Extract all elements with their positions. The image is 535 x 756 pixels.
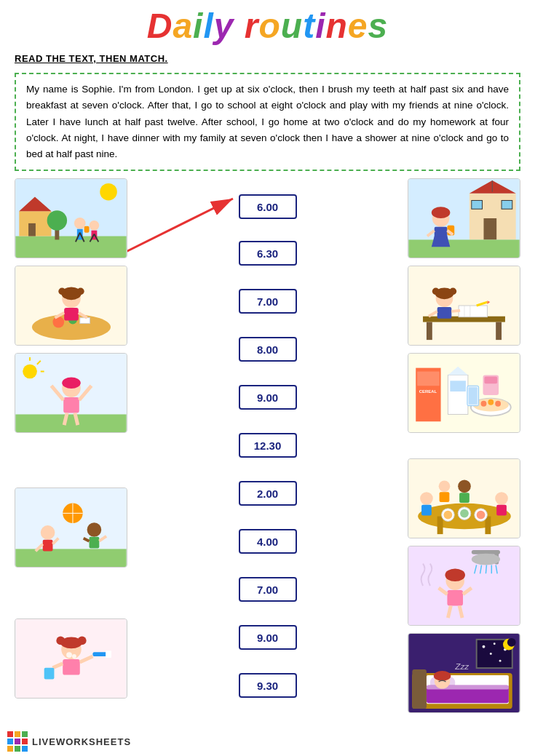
- svg-point-112: [495, 401, 501, 407]
- svg-point-124: [444, 511, 453, 520]
- right-image-2: [408, 266, 520, 346]
- left-image-2: [15, 266, 127, 346]
- svg-rect-74: [472, 201, 483, 210]
- scene-girl-brushing: [15, 619, 127, 698]
- time-box-2[interactable]: 6.30: [239, 241, 297, 266]
- time-label-3: 7.00: [257, 295, 278, 308]
- svg-point-131: [495, 492, 508, 505]
- time-label-4: 8.00: [257, 343, 278, 356]
- svg-point-127: [420, 492, 433, 505]
- svg-rect-147: [447, 590, 463, 606]
- svg-marker-81: [432, 236, 451, 247]
- svg-rect-88: [496, 322, 502, 341]
- svg-point-26: [58, 288, 66, 295]
- time-box-4[interactable]: 8.00: [239, 337, 297, 362]
- svg-rect-62: [63, 659, 80, 675]
- time-label-10: 9.00: [257, 632, 278, 644]
- right-image-3: CEREAL: [408, 353, 520, 433]
- svg-text:Zzz: Zzz: [454, 661, 469, 671]
- time-label-1: 6.00: [257, 201, 278, 213]
- logo-grid: [7, 731, 28, 752]
- svg-rect-77: [408, 240, 519, 258]
- svg-point-139: [472, 554, 500, 565]
- time-label-2: 6.30: [257, 247, 278, 260]
- svg-rect-28: [64, 308, 79, 321]
- svg-rect-175: [22, 739, 28, 744]
- svg-rect-119: [437, 517, 443, 535]
- scene-girl-school: [408, 179, 520, 258]
- scene-girl-waking: [15, 354, 127, 432]
- svg-point-3: [100, 183, 117, 201]
- svg-line-99: [451, 311, 460, 311]
- svg-rect-64: [92, 652, 107, 656]
- time-box-11[interactable]: 9.30: [239, 673, 297, 698]
- svg-point-146: [445, 569, 464, 582]
- scene-homework: [408, 266, 520, 345]
- right-image-6: Zzz: [408, 633, 520, 713]
- svg-rect-132: [496, 505, 507, 516]
- svg-rect-18: [84, 226, 90, 233]
- scene-sleeping: Zzz: [408, 634, 520, 712]
- svg-point-133: [439, 481, 451, 493]
- left-image-1: [15, 178, 127, 258]
- svg-rect-65: [106, 651, 111, 658]
- svg-rect-73: [484, 218, 497, 239]
- svg-point-97: [449, 288, 456, 295]
- svg-rect-7: [28, 223, 36, 236]
- svg-rect-116: [484, 377, 497, 384]
- svg-point-61: [78, 637, 87, 645]
- svg-rect-162: [412, 669, 427, 709]
- time-label-6: 12.30: [254, 439, 282, 452]
- svg-line-1: [120, 199, 233, 255]
- left-image-5: [15, 618, 127, 699]
- svg-point-79: [432, 207, 451, 219]
- activity-area: CEREAL: [7, 178, 528, 731]
- svg-point-160: [507, 638, 516, 647]
- time-box-10[interactable]: 9.00: [239, 625, 297, 650]
- reading-text: My name is Sophie. I'm from London. I ge…: [26, 84, 509, 159]
- scene-family-dinner: [408, 459, 520, 538]
- svg-rect-176: [7, 746, 13, 752]
- reading-text-box: My name is Sophie. I'm from London. I ge…: [15, 73, 520, 171]
- svg-point-96: [432, 288, 440, 295]
- svg-rect-136: [408, 546, 519, 625]
- svg-rect-50: [43, 540, 53, 552]
- svg-rect-134: [440, 492, 450, 502]
- right-image-5: [408, 546, 520, 626]
- svg-rect-130: [459, 493, 469, 503]
- svg-rect-23: [80, 318, 90, 324]
- svg-rect-174: [15, 739, 20, 744]
- time-box-8[interactable]: 4.00: [239, 529, 297, 554]
- svg-rect-36: [15, 415, 126, 433]
- svg-point-21: [52, 317, 64, 328]
- time-label-11: 9.30: [257, 680, 278, 692]
- right-image-1: [408, 178, 520, 258]
- svg-rect-177: [15, 746, 20, 752]
- time-box-3[interactable]: 7.00: [239, 289, 297, 314]
- right-image-4: [408, 458, 520, 538]
- time-box-9[interactable]: 7.00: [239, 577, 297, 602]
- svg-point-111: [488, 399, 494, 405]
- time-label-9: 7.00: [257, 584, 278, 596]
- scene-girl-meal: [15, 266, 127, 345]
- time-box-5[interactable]: 9.00: [239, 385, 297, 410]
- svg-text:CEREAL: CEREAL: [419, 389, 437, 394]
- svg-rect-89: [459, 306, 487, 317]
- svg-point-53: [87, 522, 102, 537]
- time-box-7[interactable]: 2.00: [239, 481, 297, 506]
- brand-label: LIVEWORKSHEETS: [32, 736, 131, 747]
- svg-point-49: [41, 525, 55, 540]
- svg-point-110: [481, 401, 487, 407]
- svg-point-154: [483, 645, 486, 648]
- svg-point-68: [66, 652, 72, 658]
- time-box-1[interactable]: 6.00: [239, 194, 297, 219]
- scene-shower: [408, 546, 520, 625]
- time-box-6[interactable]: 12.30: [239, 433, 297, 458]
- scene-kids-playing-ball: [15, 488, 127, 567]
- instruction-text: READ THE TEXT, THEN MATCH.: [0, 49, 535, 70]
- svg-rect-107: [450, 381, 466, 392]
- svg-point-10: [74, 218, 86, 229]
- scene-kids-outside: [15, 179, 127, 258]
- footer: LIVEWORKSHEETS: [0, 727, 535, 756]
- svg-point-155: [494, 643, 496, 645]
